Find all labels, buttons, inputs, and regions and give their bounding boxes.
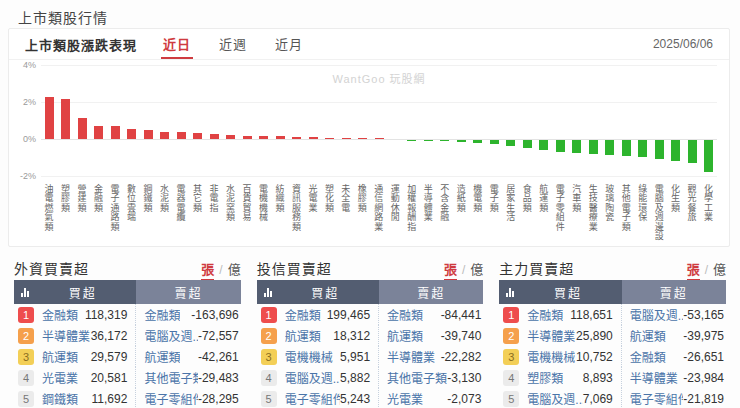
table-row: 3航運類29,579航運類-42,261 [14, 346, 241, 367]
sector-link[interactable]: 金融類 [285, 306, 321, 323]
x-axis-label: 加權報酬指 [406, 184, 416, 232]
chart-bar-綠能環保 [638, 140, 647, 157]
sector-link[interactable]: 電腦及週... [527, 390, 582, 407]
sector-link[interactable]: 其他電子類 [144, 369, 198, 386]
unit-zhang-toggle[interactable]: 張 [687, 259, 700, 281]
chart-bar-電器電纜 [177, 132, 186, 139]
tab-近月[interactable]: 近月 [273, 29, 305, 59]
table-row: 2半導體業36,172電腦及週...-72,557 [14, 325, 241, 346]
buy-cell: 1金融類199,465 [257, 304, 379, 325]
sector-link[interactable]: 航運類 [144, 348, 180, 365]
unit-toggle: 張/億 [687, 259, 726, 281]
chart-bar-觀光餐旅 [688, 140, 697, 163]
sector-link[interactable]: 電子零組件 [285, 390, 340, 407]
sector-link[interactable]: 其他電子類 [387, 369, 447, 386]
sector-link[interactable]: 電子零組件 [630, 390, 684, 407]
sector-link[interactable]: 航運類 [42, 348, 78, 365]
buy-cell: 5電子零組件5,243 [257, 388, 379, 408]
sell-value: -42,261 [198, 350, 239, 364]
unit-yi-toggle[interactable]: 億 [470, 259, 483, 278]
sector-link[interactable]: 電腦及週... [630, 306, 684, 323]
table-row: 4塑膠類8,893半導體業-23,984 [499, 367, 726, 388]
sector-link[interactable]: 光電業 [387, 390, 423, 407]
unit-yi-toggle[interactable]: 億 [228, 259, 241, 278]
chart-bar-通信網路業 [375, 138, 384, 139]
sector-link[interactable]: 金融類 [42, 306, 78, 323]
sell-value: -28,295 [198, 392, 239, 406]
buy-cell: 2半導體業36,172 [14, 325, 136, 346]
x-axis-label: 汽車類 [571, 184, 581, 213]
sector-link[interactable]: 電腦及週... [144, 327, 198, 344]
table-row: 5電腦及週...7,069電子零組件-21,819 [499, 388, 726, 408]
sector-link[interactable]: 鋼鐵類 [42, 390, 78, 407]
sell-cell: 電腦及週...-53,165 [622, 304, 726, 325]
x-axis-label: 光電業 [307, 184, 317, 213]
buy-header-label: 買超 [29, 284, 136, 301]
sector-link[interactable]: 電機機械 [285, 348, 333, 365]
sector-link[interactable]: 塑膠類 [527, 369, 563, 386]
sell-cell: 電子零組件-21,819 [622, 388, 726, 408]
sector-link[interactable]: 電腦及週... [285, 369, 340, 386]
column-headers: 買超賣超 [14, 280, 241, 304]
x-axis-label: 未全電 [340, 184, 350, 213]
x-axis-label: 食品類 [521, 184, 531, 213]
sector-link[interactable]: 光電業 [42, 369, 78, 386]
chart-bar-非電指 [210, 134, 219, 139]
tab-近日[interactable]: 近日 [161, 29, 193, 59]
sector-link[interactable]: 半導體業 [630, 369, 678, 386]
buy-value: 11,692 [92, 392, 128, 406]
sell-cell: 光電業-2,073 [379, 388, 483, 408]
chart-bar-其它類 [193, 133, 202, 139]
buy-value: 18,312 [333, 329, 370, 343]
sector-link[interactable]: 金融類 [527, 306, 563, 323]
sector-link[interactable]: 電子零組件 [144, 390, 198, 407]
sector-link[interactable]: 航運類 [387, 327, 423, 344]
sell-cell: 金融類-163,696 [136, 304, 240, 325]
unit-toggle: 張/億 [444, 259, 483, 281]
chart-bar-橡膠類 [358, 138, 367, 139]
x-axis-label: 電機機械 [258, 184, 268, 222]
unit-zhang-toggle[interactable]: 張 [444, 259, 457, 281]
buy-cell: 2航運類18,312 [257, 325, 379, 346]
x-axis-label: 造紙類 [455, 184, 465, 213]
sector-link[interactable]: 航運類 [285, 327, 321, 344]
sector-link[interactable]: 航運類 [630, 327, 666, 344]
table-header-row: 投信買賣超張/億 [257, 258, 484, 280]
rank-badge: 3 [261, 349, 277, 365]
buy-cell: 4塑膠類8,893 [499, 367, 621, 388]
sector-link[interactable]: 半導體業 [42, 327, 90, 344]
table-title: 主力買賣超 [499, 258, 574, 278]
unit-zhang-toggle[interactable]: 張 [201, 259, 214, 281]
tables: 外資買賣超張/億買超賣超1金融類118,319金融類-163,6962半導體業3… [14, 258, 726, 408]
tab-近週[interactable]: 近週 [217, 29, 249, 59]
sector-link[interactable]: 金融類 [387, 306, 423, 323]
table-body: 1金融類199,465金融類-84,4412航運類18,312航運類-39,74… [257, 304, 484, 408]
sector-link[interactable]: 金融類 [630, 348, 666, 365]
chart-bar-鋼鐵類 [144, 130, 153, 139]
chart-bar-加權報酬指 [407, 140, 416, 141]
table-row: 1金融類118,319金融類-163,696 [14, 304, 241, 325]
gridline [41, 65, 717, 66]
sector-link[interactable]: 半導體業 [387, 348, 435, 365]
table-title: 投信買賣超 [257, 258, 332, 278]
sell-cell: 電子零組件-28,295 [136, 388, 240, 408]
sector-link[interactable]: 金融類 [144, 306, 180, 323]
sector-link[interactable]: 電機機械 [527, 348, 575, 365]
chart-card-header: 上市類股漲跌表現 近日近週近月 2025/06/06 [9, 29, 729, 60]
buy-column-header: 買超 [14, 280, 136, 304]
buy-column-header: 買超 [499, 280, 621, 304]
sell-cell: 電腦及週...-72,557 [136, 325, 240, 346]
rank-badge: 1 [261, 307, 277, 323]
watermark: WantGoo 玩股網 [332, 70, 425, 86]
sector-link[interactable]: 半導體業 [527, 327, 575, 344]
chart-bar-電子零組件 [556, 140, 565, 152]
rank-badge: 5 [18, 391, 34, 407]
table-row: 2航運類18,312航運類-39,740 [257, 325, 484, 346]
unit-yi-toggle[interactable]: 億 [713, 259, 726, 278]
table-row: 2半導體業25,890航運類-39,975 [499, 325, 726, 346]
chart-bar-數位雲端 [127, 129, 136, 139]
chart-bar-資訊服務類 [292, 137, 301, 139]
table-header-row: 主力買賣超張/億 [499, 258, 726, 280]
x-axis-label: 半導體業 [422, 184, 432, 222]
x-axis-label: 塑膠類 [60, 184, 70, 213]
